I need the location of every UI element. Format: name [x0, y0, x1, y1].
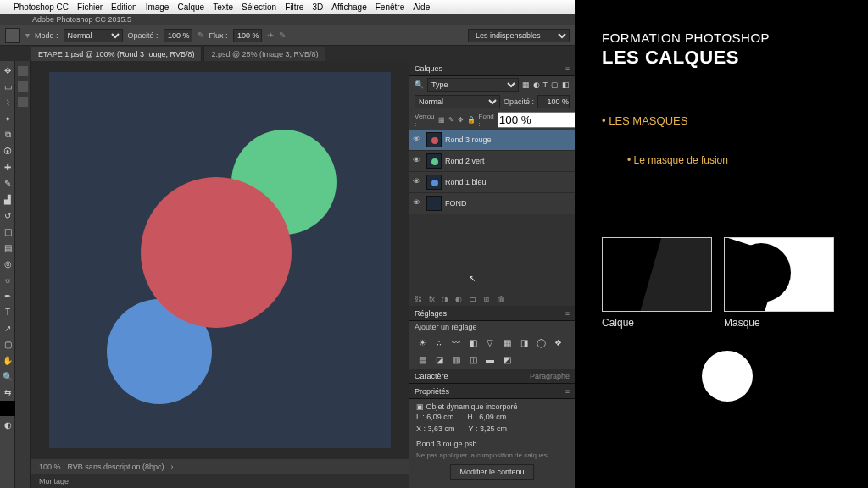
- prop-h-value[interactable]: 6,09 cm: [479, 413, 506, 421]
- invert-icon[interactable]: ◪: [433, 353, 445, 365]
- quickmask-icon[interactable]: ◐: [0, 417, 15, 432]
- menu-calque[interactable]: Calque: [177, 3, 204, 12]
- gradient-tool-icon[interactable]: ▤: [0, 240, 15, 255]
- new-layer-icon[interactable]: 🗎: [483, 295, 491, 303]
- menu-fenetre[interactable]: Fenêtre: [376, 3, 404, 12]
- history-panel-icon[interactable]: [18, 81, 28, 92]
- foreground-swatch[interactable]: [0, 401, 15, 416]
- layer-name[interactable]: Rond 3 rouge: [445, 136, 492, 144]
- blur-tool-icon[interactable]: ◎: [0, 256, 15, 271]
- delete-layer-icon[interactable]: 🗑: [498, 295, 505, 303]
- flux-input[interactable]: [233, 29, 262, 42]
- edit-contents-button[interactable]: Modifier le contenu: [450, 464, 533, 480]
- zoom-readout[interactable]: 100 %: [39, 463, 61, 471]
- menu-aide[interactable]: Aide: [413, 3, 430, 12]
- add-mask-icon[interactable]: ◑: [442, 295, 448, 303]
- filter-type-icon[interactable]: 🔍: [415, 80, 424, 89]
- pressure-size-icon[interactable]: ✎: [279, 30, 286, 40]
- zoom-tool-icon[interactable]: 🔍: [0, 369, 15, 384]
- crop-tool-icon[interactable]: ⧉: [0, 127, 15, 142]
- paragraph-title[interactable]: Paragraphe: [530, 372, 570, 380]
- brush-swatch[interactable]: [5, 28, 20, 43]
- swap-colors-icon[interactable]: ⇆: [0, 385, 15, 400]
- shape-tool-icon[interactable]: ▢: [0, 336, 15, 352]
- panel-menu-icon[interactable]: ≡: [565, 387, 570, 396]
- visibility-icon[interactable]: 👁: [413, 177, 423, 187]
- lock-all-icon[interactable]: 🔒: [467, 116, 476, 124]
- prop-l-value[interactable]: 6,09 cm: [426, 413, 453, 421]
- menu-fichier[interactable]: Fichier: [77, 3, 103, 12]
- airbrush-icon[interactable]: ✈: [267, 30, 274, 40]
- layer-thumb[interactable]: [426, 132, 442, 147]
- doc-info[interactable]: RVB sans description (8bpc): [68, 463, 164, 471]
- layer-name[interactable]: Rond 1 bleu: [445, 178, 487, 186]
- path-tool-icon[interactable]: ↗: [0, 320, 15, 336]
- dodge-tool-icon[interactable]: ☼: [0, 272, 15, 287]
- menu-3d[interactable]: 3D: [312, 3, 323, 12]
- properties-panel-tab[interactable]: Propriétés ≡: [409, 384, 575, 399]
- marquee-tool-icon[interactable]: ▭: [0, 79, 15, 94]
- layer-row[interactable]: 👁 Rond 3 rouge: [409, 130, 575, 151]
- workspace-select[interactable]: Les indispensables: [468, 29, 570, 42]
- threshold-icon[interactable]: ◫: [467, 353, 479, 365]
- photo-filter-icon[interactable]: ◯: [535, 336, 547, 348]
- actions-panel-icon[interactable]: [18, 97, 28, 107]
- layer-opacity-input[interactable]: [537, 95, 570, 108]
- adjustments-panel-tab[interactable]: Réglages ≡: [409, 306, 575, 321]
- filter-smart-icon[interactable]: ◧: [562, 80, 570, 89]
- layer-thumb[interactable]: [426, 175, 442, 190]
- filter-type-select[interactable]: Type: [427, 78, 519, 92]
- layer-name[interactable]: FOND: [445, 199, 467, 208]
- menu-texte[interactable]: Texte: [213, 3, 233, 12]
- selective-color-icon[interactable]: ◩: [501, 353, 513, 365]
- menu-selection[interactable]: Sélection: [242, 3, 276, 12]
- prop-y-value[interactable]: 3,25 cm: [480, 424, 507, 433]
- menu-affichage[interactable]: Affichage: [331, 3, 367, 12]
- pressure-opacity-icon[interactable]: ✎: [198, 30, 204, 40]
- filter-pixel-icon[interactable]: ▦: [522, 80, 530, 89]
- canvas-area[interactable]: [31, 61, 409, 459]
- layer-blend-select[interactable]: Normal: [415, 95, 500, 108]
- visibility-icon[interactable]: 👁: [413, 156, 423, 166]
- brush-tool-icon[interactable]: ✎: [0, 175, 15, 191]
- lookup-icon[interactable]: ▤: [416, 353, 428, 365]
- menu-filtre[interactable]: Filtre: [285, 3, 303, 12]
- heal-tool-icon[interactable]: ✚: [0, 159, 15, 175]
- new-adjustment-icon[interactable]: ◐: [455, 295, 462, 303]
- lock-pixels-icon[interactable]: ✎: [448, 116, 454, 124]
- chevron-right-icon[interactable]: ›: [170, 463, 173, 471]
- filter-shape-icon[interactable]: ▢: [551, 80, 559, 89]
- filter-text-icon[interactable]: T: [543, 80, 548, 89]
- bw-icon[interactable]: ◨: [518, 336, 530, 348]
- channel-mixer-icon[interactable]: ❖: [552, 336, 564, 348]
- document-canvas[interactable]: [49, 72, 391, 448]
- hand-tool-icon[interactable]: ✋: [0, 352, 15, 368]
- layer-row[interactable]: 👁 Rond 1 bleu: [409, 172, 575, 193]
- character-panel-tab[interactable]: Caractère Paragraphe: [409, 369, 575, 384]
- stamp-tool-icon[interactable]: ▟: [0, 191, 15, 207]
- color-panel-icon[interactable]: [18, 66, 28, 76]
- layer-row[interactable]: 👁 Rond 2 vert: [409, 151, 575, 172]
- type-tool-icon[interactable]: T: [0, 304, 15, 319]
- brush-size-icon[interactable]: ▾: [25, 30, 30, 40]
- new-group-icon[interactable]: 🗀: [469, 295, 476, 303]
- curves-icon[interactable]: 〰: [450, 336, 462, 348]
- pen-tool-icon[interactable]: ✒: [0, 288, 15, 303]
- blend-mode-select[interactable]: Normal: [64, 29, 123, 42]
- tab-2psd[interactable]: 2.psd @ 25% (Image 3, RVB/8): [203, 47, 326, 61]
- panel-menu-icon[interactable]: ≡: [565, 64, 570, 73]
- layer-thumb[interactable]: [426, 196, 442, 211]
- visibility-icon[interactable]: 👁: [413, 198, 423, 208]
- lock-position-icon[interactable]: ✥: [458, 116, 464, 124]
- gradient-map-icon[interactable]: ▬: [484, 353, 496, 365]
- layer-thumb[interactable]: [426, 153, 442, 169]
- opacity-input[interactable]: [164, 29, 192, 42]
- layer-name[interactable]: Rond 2 vert: [445, 157, 485, 165]
- link-layers-icon[interactable]: ⛓: [415, 295, 422, 303]
- prop-x-value[interactable]: 3,63 cm: [428, 424, 455, 433]
- layer-style-icon[interactable]: fx: [429, 295, 435, 303]
- levels-icon[interactable]: ⛬: [433, 336, 445, 348]
- visibility-icon[interactable]: 👁: [413, 135, 423, 145]
- eyedropper-tool-icon[interactable]: ⦿: [0, 143, 15, 158]
- panel-menu-icon[interactable]: ≡: [565, 309, 570, 318]
